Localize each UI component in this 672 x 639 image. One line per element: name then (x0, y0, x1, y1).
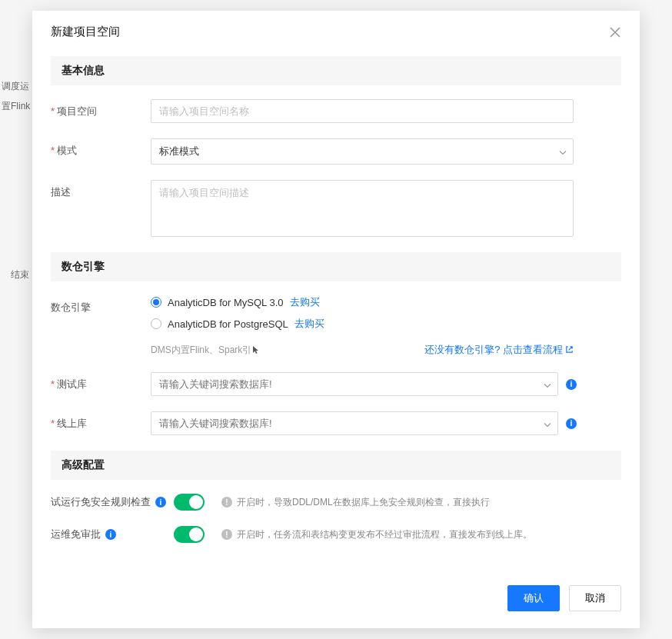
close-icon (609, 26, 621, 38)
label-engine: 数仓引擎 (51, 295, 151, 315)
radio-mysql[interactable] (151, 297, 161, 308)
buy-link-mysql[interactable]: 去购买 (290, 295, 320, 309)
modal-header: 新建项目空间 (32, 11, 640, 56)
modal-body: 基本信息 *项目空间 *模式 标准模式 描述 (32, 56, 640, 573)
skip-approval-switch[interactable] (174, 526, 205, 543)
description-textarea[interactable] (151, 180, 574, 237)
label-mode: *模式 (51, 138, 151, 158)
cursor-icon (252, 345, 260, 354)
row-prod-db: *线上库 i (51, 411, 621, 435)
label-project-space: *项目空间 (51, 99, 151, 118)
radio-mysql-label: AnalyticDB for MySQL 3.0 (168, 297, 284, 308)
no-engine-link[interactable]: 还没有数仓引擎? 点击查看流程 (424, 343, 574, 357)
label-skip-security: 试运行免安全规则检查 i (51, 495, 174, 509)
prod-db-select[interactable] (151, 411, 558, 435)
info-icon[interactable]: i (155, 497, 166, 508)
label-test-db: *测试库 (51, 372, 151, 391)
exclamation-icon: ! (221, 497, 232, 508)
backdrop-text-3: 结束 (11, 268, 29, 281)
row-mode: *模式 标准模式 (51, 138, 621, 165)
info-icon[interactable]: i (566, 418, 577, 429)
label-skip-approval: 运维免审批 i (51, 528, 174, 541)
engine-note: DMS内置Flink、Spark引 (151, 344, 260, 357)
row-skip-approval: 运维免审批 i ! 开启时，任务流和表结构变更发布不经过审批流程，直接发布到线上… (51, 526, 621, 543)
mode-select[interactable]: 标准模式 (151, 138, 574, 165)
label-description: 描述 (51, 180, 151, 199)
radio-postgres-label: AnalyticDB for PostgreSQL (168, 318, 288, 330)
project-space-input[interactable] (151, 99, 574, 123)
row-skip-security: 试运行免安全规则检查 i ! 开启时，导致DDL/DML在数据库上免安全规则检查… (51, 494, 621, 511)
close-button[interactable] (609, 26, 621, 38)
row-engine: 数仓引擎 AnalyticDB for MySQL 3.0 去购买 Analyt… (51, 295, 621, 357)
section-basic-header: 基本信息 (51, 56, 621, 85)
external-link-icon (565, 345, 574, 354)
cancel-button[interactable]: 取消 (569, 585, 621, 611)
confirm-button[interactable]: 确认 (507, 585, 560, 611)
engine-option-mysql[interactable]: AnalyticDB for MySQL 3.0 去购买 (151, 295, 621, 309)
info-icon[interactable]: i (105, 529, 116, 540)
skip-approval-desc: ! 开启时，任务流和表结构变更发布不经过审批流程，直接发布到线上库。 (221, 528, 532, 541)
section-advanced-header: 高级配置 (51, 451, 621, 480)
radio-postgres[interactable] (151, 318, 161, 329)
engine-option-postgres[interactable]: AnalyticDB for PostgreSQL 去购买 (151, 317, 621, 331)
info-icon[interactable]: i (566, 379, 577, 390)
modal-title: 新建项目空间 (51, 25, 120, 39)
exclamation-icon: ! (221, 529, 232, 540)
backdrop-text-2: 置Flink (2, 100, 30, 113)
row-project-space: *项目空间 (51, 99, 621, 123)
row-test-db: *测试库 i (51, 372, 621, 396)
row-description: 描述 (51, 180, 621, 237)
backdrop-text-1: 调度运 (2, 80, 29, 93)
modal-footer: 确认 取消 (32, 573, 640, 628)
buy-link-postgres[interactable]: 去购买 (294, 317, 324, 331)
section-engine-header: 数仓引擎 (51, 252, 621, 281)
label-prod-db: *线上库 (51, 411, 151, 431)
skip-security-switch[interactable] (174, 494, 205, 511)
new-project-modal: 新建项目空间 基本信息 *项目空间 *模式 标准模式 (32, 11, 640, 628)
skip-security-desc: ! 开启时，导致DDL/DML在数据库上免安全规则检查，直接执行 (221, 496, 490, 509)
test-db-select[interactable] (151, 372, 558, 396)
